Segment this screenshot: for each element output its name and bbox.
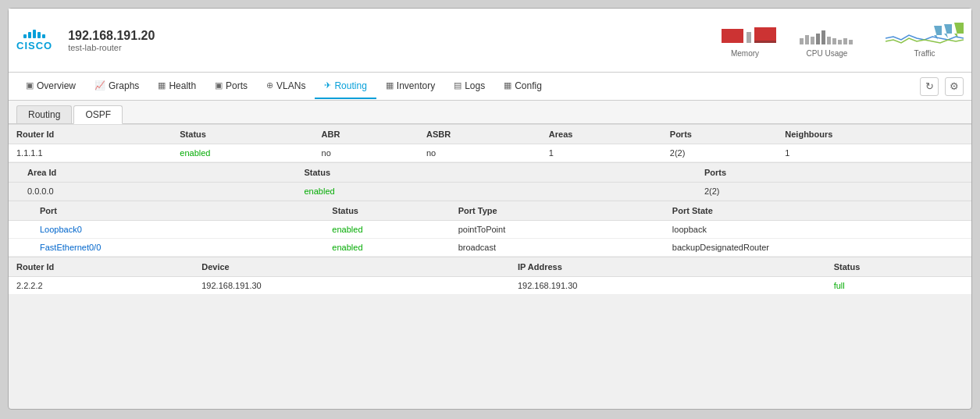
tab-logs[interactable]: ▤ Logs [444,74,494,99]
area-empty2-val [616,183,697,201]
tab-health-label: Health [169,80,196,91]
device-info: 192.168.191.20 test-lab-router [68,29,155,52]
router-areas-val: 1 [541,144,662,162]
col-status: Status [172,125,313,144]
port-state-fe: backupDesignatedRouter [665,239,971,257]
port-status-fe: enabled [324,239,450,257]
port-row-fastethernet: FastEthernet0/0 enabled broadcast backup… [9,239,971,257]
tab-routing-label: Routing [334,80,366,91]
port-row-loopback: Loopback0 enabled pointToPoint loopback [9,221,971,239]
port-state-loopback: loopback [665,221,971,239]
svg-rect-8 [821,30,825,44]
router-row: 1.1.1.1 enabled no no 1 2(2) 1 [9,144,971,162]
area-id-val: 0.0.0.0 [9,183,296,201]
nbr-empty2-val [772,277,825,295]
port-name-loopback[interactable]: Loopback0 [9,221,282,239]
svg-rect-11 [838,40,842,44]
tab-routing[interactable]: ✈ Routing [315,74,376,99]
port-name-fe[interactable]: FastEthernet0/0 [9,239,282,257]
tab-config[interactable]: ▦ Config [494,74,551,99]
col-nbr-status: Status [826,257,971,277]
svg-rect-0 [722,29,743,43]
col-port-empty2 [622,201,665,221]
col-router-id: Router Id [9,125,172,144]
port-type-loopback: pointToPoint [451,221,622,239]
traffic-metric: Traffic [886,23,964,58]
device-hostname: test-lab-router [68,43,155,52]
col-area-ports: Ports [697,163,891,183]
ports-detail-table: Port Status Port Type Port State Loopbac… [9,201,971,257]
router-ports-val: 2(2) [662,144,778,162]
tab-graphs-label: Graphs [109,80,139,91]
col-asbr: ASBR [419,125,541,144]
memory-label: Memory [731,49,759,58]
col-port-name: Port [9,201,282,221]
col-port-type: Port Type [451,201,622,221]
area-row: 0.0.0.0 enabled 2(2) [9,183,971,201]
tab-inventory-label: Inventory [397,80,435,91]
svg-rect-4 [800,38,804,44]
col-nbr-router-id: Router Id [9,257,194,277]
svg-rect-10 [832,38,836,44]
vlans-icon: ⊕ [266,80,273,91]
neighbours-table: Router Id Device IP Address Status 2.2.2… [9,257,971,295]
nbr-status-val: full [826,277,971,295]
nbr-ip-val: 192.168.191.30 [510,277,772,295]
overview-icon: ▣ [26,80,34,91]
tab-health[interactable]: ▦ Health [148,74,205,99]
nbr-router-id-val: 2.2.2.2 [9,277,194,295]
svg-rect-3 [754,41,776,43]
col-nbr-empty2 [772,257,825,277]
col-nbr-ip: IP Address [510,257,772,277]
svg-rect-1 [747,32,751,43]
traffic-label: Traffic [914,49,935,58]
svg-rect-13 [849,40,853,44]
nbr-empty1-val [455,277,509,295]
col-nbr-device: Device [194,257,455,277]
col-area-id: Area Id [9,163,296,183]
memory-chart [722,23,768,46]
col-abr: ABR [314,125,419,144]
inventory-icon: ▦ [386,80,394,91]
port-empty2a [622,221,665,239]
port-type-fe: broadcast [451,239,622,257]
device-ip: 192.168.191.20 [68,29,155,43]
col-port-status: Status [324,201,450,221]
neighbour-row: 2.2.2.2 192.168.191.30 192.168.191.30 fu… [9,277,971,295]
header-metrics: Memory [722,23,964,58]
sub-tab-routing[interactable]: Routing [16,105,72,123]
health-icon: ▦ [158,80,166,91]
tab-vlans-label: VLANs [276,80,305,91]
traffic-chart [886,23,964,46]
nav-actions: ↻ ⚙ [920,77,964,96]
svg-marker-15 [954,23,964,38]
tab-vlans[interactable]: ⊕ VLANs [257,74,315,99]
area-ports-val: 2(2) [697,183,891,201]
svg-rect-9 [827,37,831,44]
cisco-logo: CISCO [16,30,52,51]
cpu-label: CPU Usage [807,49,848,58]
port-empty1b [282,239,325,257]
refresh-button[interactable]: ↻ [920,77,939,96]
tab-graphs[interactable]: 📈 Graphs [85,74,148,99]
tab-config-label: Config [515,80,542,91]
col-area-empty1 [535,163,615,183]
svg-rect-5 [805,35,809,44]
router-abr-val: no [314,144,419,162]
col-areas: Areas [541,125,662,144]
nav-tabs: ▣ Overview 📈 Graphs ▦ Health ▣ Ports ⊕ V… [9,73,971,101]
col-area-empty2 [616,163,697,183]
tab-overview[interactable]: ▣ Overview [16,74,85,99]
content-area: Router Id Status ABR ASBR Areas Ports Ne… [9,124,971,295]
area-empty3-val [891,183,971,201]
sub-tab-ospf[interactable]: OSPF [73,105,123,124]
nbr-device-val: 192.168.191.30 [194,277,455,295]
col-area-status: Status [296,163,535,183]
settings-button[interactable]: ⚙ [945,77,964,96]
port-empty1a [282,221,325,239]
tab-ports[interactable]: ▣ Ports [205,74,257,99]
cpu-metric: CPU Usage [800,23,854,58]
routing-icon: ✈ [324,80,331,91]
tab-inventory[interactable]: ▦ Inventory [376,74,444,99]
port-status-loopback: enabled [324,221,450,239]
